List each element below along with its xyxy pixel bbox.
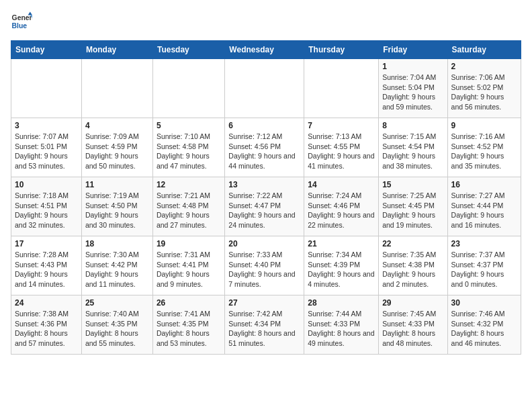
day-number: 3: [15, 121, 78, 130]
day-cell: 3Sunrise: 7:07 AM Sunset: 5:01 PM Daylig…: [11, 118, 82, 177]
day-cell: 17Sunrise: 7:28 AM Sunset: 4:43 PM Dayli…: [11, 236, 82, 295]
week-row-3: 10Sunrise: 7:18 AM Sunset: 4:51 PM Dayli…: [11, 177, 521, 236]
day-cell: 22Sunrise: 7:35 AM Sunset: 4:38 PM Dayli…: [379, 236, 447, 295]
weekday-header-row: SundayMondayTuesdayWednesdayThursdayFrid…: [11, 41, 521, 59]
svg-text:General: General: [12, 14, 32, 21]
day-info: Sunrise: 7:45 AM Sunset: 4:33 PM Dayligh…: [382, 309, 443, 349]
day-cell: 6Sunrise: 7:12 AM Sunset: 4:56 PM Daylig…: [225, 118, 304, 177]
day-info: Sunrise: 7:42 AM Sunset: 4:34 PM Dayligh…: [228, 309, 300, 349]
day-info: Sunrise: 7:27 AM Sunset: 4:44 PM Dayligh…: [451, 191, 517, 230]
day-number: 18: [85, 239, 149, 248]
day-cell: [304, 59, 379, 118]
day-number: 1: [382, 62, 443, 71]
day-number: 13: [228, 180, 300, 189]
day-number: 11: [85, 180, 149, 189]
day-info: Sunrise: 7:09 AM Sunset: 4:59 PM Dayligh…: [85, 132, 149, 171]
week-row-5: 24Sunrise: 7:38 AM Sunset: 4:36 PM Dayli…: [11, 295, 521, 355]
weekday-header-tuesday: Tuesday: [152, 41, 224, 59]
day-number: 4: [85, 121, 149, 130]
day-cell: 4Sunrise: 7:09 AM Sunset: 4:59 PM Daylig…: [81, 118, 152, 177]
day-cell: 1Sunrise: 7:04 AM Sunset: 5:04 PM Daylig…: [379, 59, 447, 118]
day-info: Sunrise: 7:13 AM Sunset: 4:55 PM Dayligh…: [308, 132, 375, 171]
day-info: Sunrise: 7:07 AM Sunset: 5:01 PM Dayligh…: [15, 132, 78, 171]
day-cell: 30Sunrise: 7:46 AM Sunset: 4:32 PM Dayli…: [447, 295, 521, 355]
day-number: 8: [382, 121, 443, 130]
day-info: Sunrise: 7:22 AM Sunset: 4:47 PM Dayligh…: [228, 191, 300, 230]
day-cell: 28Sunrise: 7:44 AM Sunset: 4:33 PM Dayli…: [304, 295, 379, 355]
header: General Blue: [11, 11, 521, 32]
week-row-4: 17Sunrise: 7:28 AM Sunset: 4:43 PM Dayli…: [11, 236, 521, 295]
week-row-2: 3Sunrise: 7:07 AM Sunset: 5:01 PM Daylig…: [11, 118, 521, 177]
day-info: Sunrise: 7:46 AM Sunset: 4:32 PM Dayligh…: [451, 309, 517, 349]
day-cell: 14Sunrise: 7:24 AM Sunset: 4:46 PM Dayli…: [304, 177, 379, 236]
day-cell: 23Sunrise: 7:37 AM Sunset: 4:37 PM Dayli…: [447, 236, 521, 295]
day-info: Sunrise: 7:18 AM Sunset: 4:51 PM Dayligh…: [15, 191, 78, 230]
day-cell: 2Sunrise: 7:06 AM Sunset: 5:02 PM Daylig…: [447, 59, 521, 118]
day-info: Sunrise: 7:37 AM Sunset: 4:37 PM Dayligh…: [451, 250, 517, 289]
day-number: 6: [228, 121, 300, 130]
day-cell: 13Sunrise: 7:22 AM Sunset: 4:47 PM Dayli…: [225, 177, 304, 236]
day-number: 19: [157, 239, 221, 248]
day-number: 5: [157, 121, 221, 130]
day-info: Sunrise: 7:44 AM Sunset: 4:33 PM Dayligh…: [308, 309, 375, 349]
day-info: Sunrise: 7:30 AM Sunset: 4:42 PM Dayligh…: [85, 250, 149, 289]
day-info: Sunrise: 7:19 AM Sunset: 4:50 PM Dayligh…: [85, 191, 149, 230]
week-row-1: 1Sunrise: 7:04 AM Sunset: 5:04 PM Daylig…: [11, 59, 521, 118]
day-info: Sunrise: 7:16 AM Sunset: 4:52 PM Dayligh…: [451, 132, 517, 171]
calendar-table: SundayMondayTuesdayWednesdayThursdayFrid…: [11, 40, 521, 355]
day-info: Sunrise: 7:04 AM Sunset: 5:04 PM Dayligh…: [382, 73, 443, 112]
day-cell: 26Sunrise: 7:41 AM Sunset: 4:35 PM Dayli…: [152, 295, 224, 355]
day-number: 28: [308, 298, 375, 308]
day-number: 24: [15, 298, 78, 308]
day-number: 26: [157, 298, 221, 308]
day-cell: 15Sunrise: 7:25 AM Sunset: 4:45 PM Dayli…: [379, 177, 447, 236]
weekday-header-sunday: Sunday: [11, 41, 82, 59]
weekday-header-monday: Monday: [81, 41, 152, 59]
day-cell: [152, 59, 224, 118]
day-info: Sunrise: 7:31 AM Sunset: 4:41 PM Dayligh…: [157, 250, 221, 289]
day-number: 22: [382, 239, 443, 248]
day-number: 29: [382, 298, 443, 308]
svg-text:Blue: Blue: [12, 22, 28, 30]
weekday-header-saturday: Saturday: [447, 41, 521, 59]
day-info: Sunrise: 7:33 AM Sunset: 4:40 PM Dayligh…: [228, 250, 300, 289]
day-info: Sunrise: 7:35 AM Sunset: 4:38 PM Dayligh…: [382, 250, 443, 289]
day-number: 9: [451, 121, 517, 130]
day-cell: 21Sunrise: 7:34 AM Sunset: 4:39 PM Dayli…: [304, 236, 379, 295]
day-cell: 10Sunrise: 7:18 AM Sunset: 4:51 PM Dayli…: [11, 177, 82, 236]
day-cell: 12Sunrise: 7:21 AM Sunset: 4:48 PM Dayli…: [152, 177, 224, 236]
day-number: 14: [308, 180, 375, 189]
logo-icon: General Blue: [11, 11, 32, 32]
day-info: Sunrise: 7:28 AM Sunset: 4:43 PM Dayligh…: [15, 250, 78, 289]
day-cell: 20Sunrise: 7:33 AM Sunset: 4:40 PM Dayli…: [225, 236, 304, 295]
day-cell: 19Sunrise: 7:31 AM Sunset: 4:41 PM Dayli…: [152, 236, 224, 295]
day-cell: 11Sunrise: 7:19 AM Sunset: 4:50 PM Dayli…: [81, 177, 152, 236]
day-info: Sunrise: 7:34 AM Sunset: 4:39 PM Dayligh…: [308, 250, 375, 289]
day-info: Sunrise: 7:41 AM Sunset: 4:35 PM Dayligh…: [157, 309, 221, 349]
day-info: Sunrise: 7:06 AM Sunset: 5:02 PM Dayligh…: [451, 73, 517, 112]
day-info: Sunrise: 7:10 AM Sunset: 4:58 PM Dayligh…: [157, 132, 221, 171]
day-number: 10: [15, 180, 78, 189]
day-info: Sunrise: 7:21 AM Sunset: 4:48 PM Dayligh…: [157, 191, 221, 230]
day-number: 27: [228, 298, 300, 308]
day-cell: 24Sunrise: 7:38 AM Sunset: 4:36 PM Dayli…: [11, 295, 82, 355]
day-cell: 7Sunrise: 7:13 AM Sunset: 4:55 PM Daylig…: [304, 118, 379, 177]
weekday-header-friday: Friday: [379, 41, 447, 59]
day-cell: 16Sunrise: 7:27 AM Sunset: 4:44 PM Dayli…: [447, 177, 521, 236]
logo: General Blue: [11, 11, 32, 32]
day-cell: 8Sunrise: 7:15 AM Sunset: 4:54 PM Daylig…: [379, 118, 447, 177]
day-cell: [81, 59, 152, 118]
day-cell: 27Sunrise: 7:42 AM Sunset: 4:34 PM Dayli…: [225, 295, 304, 355]
day-cell: 25Sunrise: 7:40 AM Sunset: 4:35 PM Dayli…: [81, 295, 152, 355]
day-info: Sunrise: 7:25 AM Sunset: 4:45 PM Dayligh…: [382, 191, 443, 230]
day-cell: 5Sunrise: 7:10 AM Sunset: 4:58 PM Daylig…: [152, 118, 224, 177]
day-number: 17: [15, 239, 78, 248]
day-number: 15: [382, 180, 443, 189]
day-number: 25: [85, 298, 149, 308]
day-number: 21: [308, 239, 375, 248]
weekday-header-wednesday: Wednesday: [225, 41, 304, 59]
day-number: 30: [451, 298, 517, 308]
day-number: 7: [308, 121, 375, 130]
day-cell: 9Sunrise: 7:16 AM Sunset: 4:52 PM Daylig…: [447, 118, 521, 177]
day-number: 2: [451, 62, 517, 71]
